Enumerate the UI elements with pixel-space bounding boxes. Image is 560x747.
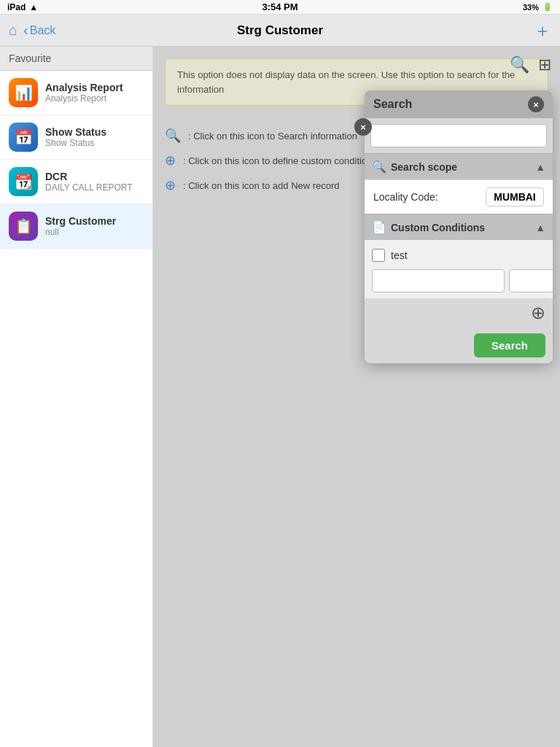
search-panel-header: Search × — [365, 90, 553, 118]
search-scope-section-header[interactable]: 🔍 Search scope ▲ — [365, 153, 553, 179]
locality-code-value: MUMBAI — [486, 187, 544, 206]
condition-inputs — [372, 269, 545, 293]
close-x-icon: × — [360, 122, 366, 133]
add-more-row: ⊕ — [365, 298, 553, 328]
nav-right: ＋ — [534, 19, 551, 42]
status-left: iPad ▲ — [7, 2, 38, 12]
back-chevron-icon: ‹ — [23, 22, 28, 39]
search-scope-chevron-icon: ▲ — [535, 161, 545, 173]
analysis-report-labels: Analysis Report Analysis Report — [45, 82, 123, 104]
search-scope-header-left: 🔍 Search scope — [372, 160, 457, 174]
back-button[interactable]: ‹ Back — [23, 22, 55, 39]
search-input-area — [365, 118, 553, 153]
status-bar: iPad ▲ 3:54 PM 33% 🔋 — [0, 0, 560, 15]
analysis-report-icon: 📊 — [9, 78, 38, 107]
wifi-icon: ▲ — [29, 2, 38, 12]
add-icon[interactable]: ＋ — [534, 20, 551, 40]
conditions-body: test — [365, 240, 553, 298]
nav-bar: ⌂ ‹ Back Strg Customer ＋ — [0, 15, 560, 47]
dcr-sub-label: DAILY CALL REPORT — [45, 182, 133, 193]
search-btn-row: Search — [365, 328, 553, 363]
test-checkbox[interactable] — [372, 249, 385, 262]
sidebar-item-dcr[interactable]: 📆 DCR DAILY CALL REPORT — [0, 160, 152, 204]
battery-icon: 🔋 — [542, 2, 553, 12]
analysis-report-sub-label: Analysis Report — [45, 93, 123, 104]
nav-left: ⌂ ‹ Back — [9, 22, 55, 39]
show-status-main-label: Show Status — [45, 126, 106, 138]
add-condition-button[interactable]: ⊕ — [531, 303, 545, 323]
analysis-report-main-label: Analysis Report — [45, 82, 123, 93]
custom-conditions-section-header[interactable]: 📄 Custom Conditions ▲ — [365, 214, 553, 240]
carrier-label: iPad — [7, 2, 26, 12]
custom-conditions-icon: 📄 — [372, 220, 386, 234]
search-scope-label: Search scope — [391, 161, 457, 173]
condition-test-row: test — [372, 246, 545, 265]
search-scope-icon: 🔍 — [372, 160, 386, 174]
status-right: 33% 🔋 — [523, 2, 553, 12]
status-time: 3:54 PM — [262, 1, 298, 12]
sidebar-header: Favourite — [0, 47, 152, 71]
dcr-labels: DCR DAILY CALL REPORT — [45, 171, 133, 193]
search-text-input[interactable] — [370, 124, 547, 147]
panel-close-x-button[interactable]: × — [354, 118, 372, 136]
search-panel-title: Search — [373, 98, 412, 111]
condition-input-2[interactable] — [509, 269, 553, 293]
sidebar-item-show-status[interactable]: 📅 Show Status Show Status — [0, 115, 152, 160]
back-label: Back — [30, 24, 56, 37]
search-button[interactable]: Search — [474, 333, 545, 357]
custom-conditions-label: Custom Conditions — [391, 222, 485, 233]
sidebar-item-analysis-report[interactable]: 📊 Analysis Report Analysis Report — [0, 71, 152, 115]
scope-row: Locality Code: MUMBAI — [365, 179, 553, 214]
search-panel: Search × 🔍 Search scope ▲ Locality Code: — [365, 90, 553, 363]
nav-title: Strg Customer — [237, 23, 323, 38]
condition-input-1[interactable] — [372, 269, 505, 293]
search-panel-close-button[interactable]: × — [528, 96, 544, 112]
show-status-sub-label: Show Status — [45, 138, 106, 148]
sidebar-item-strg-customer[interactable]: 📋 Strg Customer null — [0, 204, 152, 249]
sidebar: Favourite 📊 Analysis Report Analysis Rep… — [0, 47, 153, 747]
show-status-labels: Show Status Show Status — [45, 126, 106, 148]
strg-customer-sub-label: null — [45, 227, 116, 237]
home-icon[interactable]: ⌂ — [9, 22, 18, 39]
show-status-icon: 📅 — [9, 123, 38, 152]
strg-customer-main-label: Strg Customer — [45, 215, 116, 227]
dcr-icon: 📆 — [9, 167, 38, 196]
search-panel-close-icon: × — [533, 99, 539, 110]
test-condition-label: test — [391, 249, 408, 261]
strg-customer-icon: 📋 — [9, 212, 38, 241]
strg-customer-labels: Strg Customer null — [45, 215, 116, 237]
main-layout: Favourite 📊 Analysis Report Analysis Rep… — [0, 47, 560, 747]
battery-label: 33% — [523, 3, 539, 12]
locality-code-label: Locality Code: — [373, 191, 438, 203]
custom-conditions-header-left: 📄 Custom Conditions — [372, 220, 485, 234]
content-area: 🔍 ⊞ This option does not display data on… — [153, 47, 560, 747]
custom-conditions-chevron-icon: ▲ — [535, 222, 545, 233]
dcr-main-label: DCR — [45, 171, 133, 182]
